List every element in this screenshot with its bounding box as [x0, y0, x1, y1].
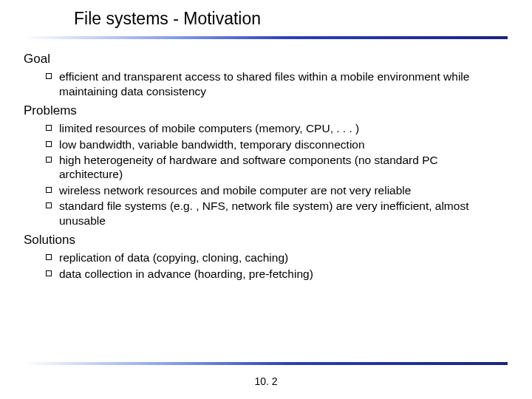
list-item: standard file systems (e.g. , NFS, netwo…: [46, 199, 502, 228]
slide-title: File systems - Motivation: [74, 9, 532, 29]
section-heading: Problems: [24, 103, 502, 118]
section-heading: Goal: [24, 51, 502, 66]
list-item: replication of data (copying, cloning, c…: [46, 250, 502, 265]
bullet-square-icon: [46, 202, 52, 208]
slide-body: Goal efficient and transparent access to…: [0, 39, 532, 281]
page-number: 10. 2: [0, 375, 532, 387]
bullet-text: low bandwidth, variable bandwidth, tempo…: [59, 137, 502, 151]
list-item: efficient and transparent access to shar…: [46, 69, 502, 98]
footer-divider: [24, 362, 508, 365]
bullet-text: wireless network resources and mobile co…: [59, 183, 502, 197]
bullet-text: high heterogeneity of hardware and softw…: [59, 153, 502, 182]
list-item: data collection in advance (hoarding, pr…: [46, 267, 502, 281]
section-heading: Solutions: [24, 232, 502, 248]
bullet-square-icon: [46, 270, 52, 276]
bullet-square-icon: [46, 141, 52, 147]
bullet-text: data collection in advance (hoarding, pr…: [59, 267, 502, 281]
bullet-square-icon: [46, 187, 52, 193]
bullet-square-icon: [46, 125, 52, 131]
bullet-text: efficient and transparent access to shar…: [59, 69, 502, 98]
list-item: limited resources of mobile computers (m…: [46, 121, 502, 135]
list-item: high heterogeneity of hardware and softw…: [46, 153, 502, 182]
bullet-square-icon: [46, 254, 52, 260]
bullet-square-icon: [46, 157, 52, 163]
bullet-text: replication of data (copying, cloning, c…: [59, 250, 502, 265]
bullet-text: standard file systems (e.g. , NFS, netwo…: [59, 199, 502, 228]
bullet-square-icon: [46, 73, 52, 79]
bullet-text: limited resources of mobile computers (m…: [59, 121, 502, 135]
list-item: wireless network resources and mobile co…: [46, 183, 502, 197]
list-item: low bandwidth, variable bandwidth, tempo…: [46, 137, 502, 151]
